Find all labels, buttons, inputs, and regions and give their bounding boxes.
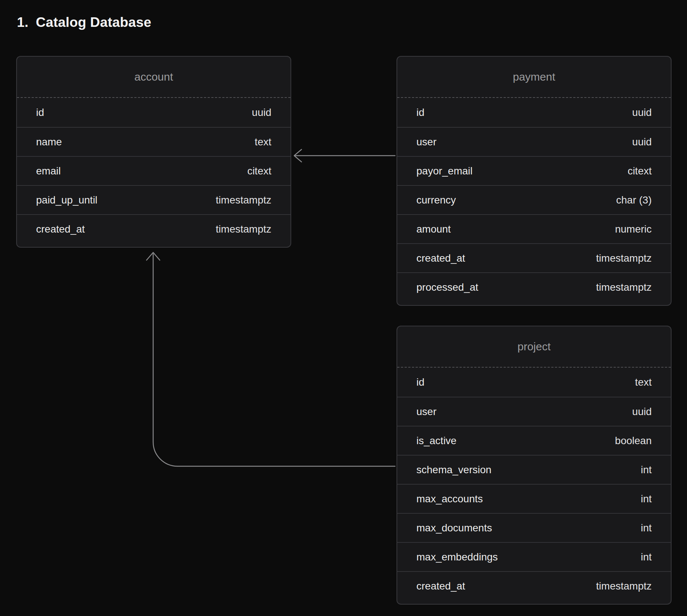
page-title-marker: 1.: [17, 15, 28, 30]
field-name: id: [416, 376, 424, 388]
table-row: amountnumeric: [397, 214, 671, 243]
field-name: user: [416, 136, 436, 148]
table-row: max_accountsint: [397, 484, 671, 513]
table-row: created_attimestamptz: [397, 243, 671, 272]
field-type: int: [641, 464, 652, 476]
field-type: timestamptz: [216, 223, 271, 235]
table-row: processed_attimestamptz: [397, 272, 671, 301]
table-account-title: account: [134, 71, 173, 83]
field-name: amount: [416, 223, 451, 235]
field-name: created_at: [416, 252, 465, 264]
field-name: schema_version: [416, 464, 492, 476]
field-type: timestamptz: [216, 194, 271, 206]
table-project[interactable]: project idtextuseruuidis_activebooleansc…: [397, 326, 672, 605]
field-type: text: [635, 376, 652, 388]
field-type: text: [255, 136, 271, 148]
field-name: id: [416, 107, 424, 118]
relation-arrow-payment-account: [294, 149, 395, 162]
table-project-header: project: [397, 326, 671, 368]
table-row: useruuid: [397, 127, 671, 156]
field-type: uuid: [252, 107, 271, 118]
table-row: useruuid: [397, 397, 671, 426]
table-project-title: project: [517, 340, 550, 353]
field-name: max_embeddings: [416, 551, 498, 563]
table-row: currencychar (3): [397, 185, 671, 214]
relation-arrow-project-account: [147, 252, 395, 466]
page-title: 1. Catalog Database: [17, 15, 151, 30]
field-type: citext: [247, 165, 271, 177]
field-name: name: [36, 136, 62, 148]
field-name: email: [36, 165, 61, 177]
table-row: payor_emailcitext: [397, 156, 671, 185]
field-name: created_at: [416, 580, 465, 592]
table-row: emailcitext: [17, 156, 290, 185]
table-payment-rows: iduuiduseruuidpayor_emailcitextcurrencyc…: [397, 98, 671, 301]
table-payment-header: payment: [397, 57, 671, 98]
field-type: uuid: [632, 406, 652, 418]
table-row: created_attimestamptz: [397, 571, 671, 600]
table-project-rows: idtextuseruuidis_activebooleanschema_ver…: [397, 368, 671, 600]
table-account-header: account: [17, 57, 290, 98]
page-title-text: Catalog Database: [36, 15, 151, 30]
field-type: timestamptz: [596, 252, 652, 264]
table-payment-title: payment: [513, 71, 555, 83]
field-type: int: [641, 522, 652, 534]
table-row: nametext: [17, 127, 290, 156]
field-name: is_active: [416, 435, 457, 447]
table-row: idtext: [397, 368, 671, 397]
field-name: max_documents: [416, 522, 492, 534]
field-name: processed_at: [416, 282, 478, 293]
table-account[interactable]: account iduuidnametextemailcitextpaid_up…: [16, 56, 291, 248]
field-type: uuid: [632, 136, 652, 148]
field-type: uuid: [632, 107, 652, 118]
table-row: iduuid: [397, 98, 671, 127]
field-name: paid_up_until: [36, 194, 98, 206]
field-name: id: [36, 107, 44, 118]
field-name: max_accounts: [416, 493, 483, 505]
table-row: schema_versionint: [397, 455, 671, 484]
field-type: int: [641, 493, 652, 505]
table-row: max_documentsint: [397, 513, 671, 542]
table-row: iduuid: [17, 98, 290, 127]
field-name: user: [416, 406, 436, 418]
field-type: citext: [628, 165, 652, 177]
field-type: timestamptz: [596, 282, 652, 293]
table-row: max_embeddingsint: [397, 542, 671, 571]
field-type: timestamptz: [596, 580, 652, 592]
field-name: currency: [416, 194, 456, 206]
table-payment[interactable]: payment iduuiduseruuidpayor_emailcitextc…: [397, 56, 672, 306]
field-type: numeric: [615, 223, 652, 235]
table-row: paid_up_untiltimestamptz: [17, 185, 290, 214]
schema-diagram-canvas: 1. Catalog Database account iduuidnamete…: [0, 0, 687, 616]
field-name: created_at: [36, 223, 85, 235]
field-type: boolean: [615, 435, 652, 447]
table-row: is_activeboolean: [397, 426, 671, 455]
field-type: char (3): [616, 194, 652, 206]
table-account-rows: iduuidnametextemailcitextpaid_up_untilti…: [17, 98, 290, 243]
field-name: payor_email: [416, 165, 473, 177]
table-row: created_attimestamptz: [17, 214, 290, 243]
field-type: int: [641, 551, 652, 563]
